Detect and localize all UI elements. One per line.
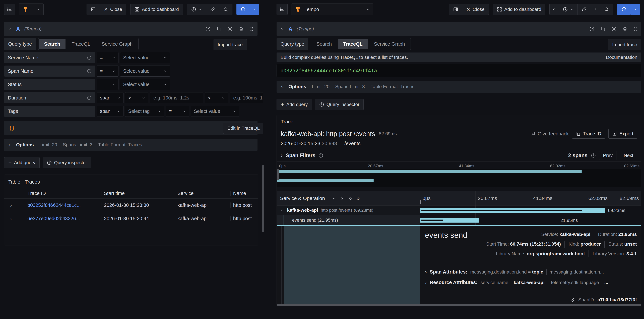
help-icon[interactable] bbox=[589, 26, 594, 32]
query-row-header[interactable]: A (Tempo) bbox=[276, 22, 641, 36]
col-start-time[interactable]: Start time bbox=[101, 191, 175, 196]
give-feedback-button[interactable]: Give feedback bbox=[530, 131, 569, 137]
span-row-root[interactable]: kafka-web-api http post /events (69.23ms… bbox=[277, 205, 641, 215]
traceql-query-input[interactable]: b03252f84662444ce1c805f5d491f41a bbox=[276, 64, 641, 77]
resource-attributes-row[interactable]: › Resource Attributes: service.name = ka… bbox=[425, 279, 637, 285]
status-value-select[interactable]: Select value bbox=[120, 79, 170, 90]
prev-span-button[interactable]: Prev bbox=[599, 151, 616, 160]
zoom-out-time-button[interactable] bbox=[219, 4, 232, 15]
duration-gt-select[interactable]: > bbox=[125, 92, 148, 103]
span-duration-bar[interactable] bbox=[420, 218, 479, 222]
run-query-button[interactable] bbox=[236, 4, 250, 15]
expand-all-icon[interactable]: » bbox=[356, 195, 360, 201]
datasource-picker[interactable]: Tempo bbox=[291, 4, 373, 15]
trace-id-button[interactable]: Trace ID bbox=[572, 129, 605, 139]
table-row[interactable]: › b03252f84662444ce1c... 2026-01-30 15:2… bbox=[4, 198, 258, 212]
link-icon[interactable] bbox=[571, 297, 576, 302]
time-shift-back-button[interactable] bbox=[550, 4, 558, 15]
tab-search[interactable]: Search bbox=[39, 39, 66, 49]
span-attributes-row[interactable]: › Span Attributes: messaging.destination… bbox=[425, 269, 637, 275]
table-row[interactable]: › 6e377e09ed02b43226... 2026-01-30 15:20… bbox=[4, 212, 258, 225]
duplicate-query-icon[interactable] bbox=[216, 26, 222, 32]
time-picker-button[interactable] bbox=[187, 4, 206, 15]
help-icon[interactable] bbox=[205, 26, 211, 32]
row-expander-icon[interactable]: › bbox=[4, 202, 18, 208]
run-query-button[interactable] bbox=[617, 4, 631, 15]
col-trace-id[interactable]: Trace ID bbox=[18, 191, 101, 196]
duration-lt-select[interactable]: < bbox=[205, 92, 228, 103]
tab-traceql[interactable]: TraceQL bbox=[66, 38, 96, 50]
span-filters-label[interactable]: Span Filters bbox=[286, 152, 315, 158]
duration-max-input[interactable] bbox=[230, 92, 263, 103]
tab-service-graph[interactable]: Service Graph bbox=[368, 38, 410, 50]
pane-menu-button[interactable] bbox=[4, 4, 15, 15]
query-inspector-button[interactable]: Query inspector bbox=[42, 157, 92, 168]
options-collapsed-row[interactable]: › Options Limit: 20 Spans Limit: 3 Table… bbox=[276, 81, 641, 93]
add-query-button[interactable]: + Add query bbox=[276, 99, 312, 110]
delete-query-icon[interactable] bbox=[622, 26, 628, 32]
move-pane-icon-button[interactable] bbox=[87, 4, 100, 15]
span-name-value-select[interactable]: Select value bbox=[120, 66, 170, 77]
move-pane-icon-button[interactable] bbox=[449, 4, 462, 15]
add-to-dashboard-button[interactable]: Add to dashboard bbox=[493, 4, 546, 15]
tags-operator-select[interactable]: = bbox=[166, 106, 189, 117]
service-name-operator-select[interactable]: = bbox=[97, 52, 118, 63]
drag-handle-icon[interactable] bbox=[633, 26, 638, 32]
tab-service-graph[interactable]: Service Graph bbox=[96, 38, 138, 50]
duplicate-query-icon[interactable] bbox=[600, 26, 606, 32]
time-picker-button[interactable] bbox=[558, 4, 578, 15]
run-query-interval-button[interactable] bbox=[631, 4, 640, 15]
trace-id-link[interactable]: b03252f84662444ce1c... bbox=[18, 202, 101, 208]
horizontal-scrollbar[interactable] bbox=[277, 304, 641, 306]
options-collapsed-row[interactable]: › Options Limit: 20 Spans Limit: 3 Table… bbox=[4, 139, 258, 151]
minimap-span-bar[interactable] bbox=[277, 179, 374, 182]
drag-handle-icon[interactable] bbox=[250, 26, 254, 32]
service-name-value-select[interactable]: Select value bbox=[120, 52, 170, 63]
expand-one-icon[interactable] bbox=[340, 196, 344, 200]
collapse-chevron-icon[interactable] bbox=[280, 27, 284, 31]
add-query-button[interactable]: + Add query bbox=[4, 157, 40, 168]
collapse-chevron-icon[interactable] bbox=[8, 27, 12, 31]
export-button[interactable]: Export bbox=[608, 129, 637, 139]
link-time-button[interactable] bbox=[578, 4, 591, 15]
col-service[interactable]: Service bbox=[175, 191, 230, 196]
row-expander-icon[interactable]: › bbox=[4, 216, 18, 221]
edit-in-traceql-button[interactable]: Edit in TraceQL bbox=[223, 123, 263, 134]
pane-menu-button[interactable] bbox=[276, 4, 288, 15]
time-shift-forward-button[interactable] bbox=[591, 4, 600, 15]
collapse-one-icon[interactable] bbox=[332, 196, 336, 200]
query-row-header[interactable]: A (Tempo) bbox=[4, 22, 258, 36]
zoom-out-time-button[interactable] bbox=[600, 4, 613, 15]
next-span-button[interactable]: Next bbox=[620, 151, 637, 160]
run-query-interval-button[interactable] bbox=[250, 4, 259, 15]
documentation-link[interactable]: Documentation bbox=[606, 55, 637, 60]
span-row-selected[interactable]: events send (21.95ms) 21.95ms bbox=[277, 215, 641, 225]
datasource-picker-mini[interactable] bbox=[19, 4, 44, 15]
tags-scope-select[interactable]: span bbox=[97, 106, 124, 117]
import-trace-button[interactable]: Import trace bbox=[214, 39, 247, 50]
split-drag-handle[interactable] bbox=[262, 165, 264, 232]
collapse-all-icon[interactable] bbox=[348, 196, 352, 201]
close-pane-button[interactable]: ✕ Close bbox=[100, 4, 126, 15]
link-time-button[interactable] bbox=[206, 4, 219, 15]
duration-min-input[interactable] bbox=[150, 92, 203, 103]
query-inspector-button[interactable]: Query inspector bbox=[315, 99, 364, 110]
trace-minimap[interactable] bbox=[277, 169, 641, 187]
import-trace-button[interactable]: Import trace bbox=[608, 39, 641, 50]
tags-tag-select[interactable]: Select tag bbox=[125, 106, 164, 117]
chevron-down-icon[interactable] bbox=[280, 208, 284, 212]
minimap-viewport-handle[interactable] bbox=[277, 169, 279, 180]
tab-traceql[interactable]: TraceQL bbox=[338, 39, 368, 49]
disable-query-eye-icon[interactable] bbox=[228, 26, 233, 32]
disable-query-eye-icon[interactable] bbox=[611, 26, 616, 32]
add-to-dashboard-button[interactable]: Add to dashboard bbox=[130, 4, 183, 15]
col-name[interactable]: Name bbox=[230, 191, 258, 196]
tab-search[interactable]: Search bbox=[311, 38, 338, 50]
close-pane-button[interactable]: ✕ Close bbox=[462, 4, 488, 15]
trace-id-link[interactable]: 6e377e09ed02b43226... bbox=[18, 216, 101, 221]
minimap-span-bar[interactable] bbox=[277, 170, 582, 173]
status-operator-select[interactable]: = bbox=[97, 79, 118, 90]
tags-value-select[interactable]: Select value bbox=[191, 106, 239, 117]
chevron-right-icon[interactable]: › bbox=[281, 152, 283, 159]
span-duration-bar[interactable] bbox=[420, 208, 605, 213]
